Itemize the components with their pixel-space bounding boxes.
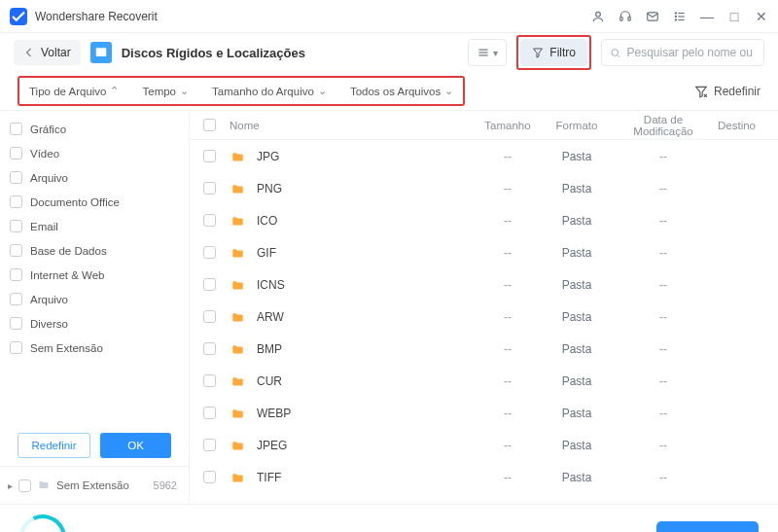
table-row[interactable]: TIFF--Pasta--	[190, 461, 778, 493]
svg-rect-2	[628, 17, 630, 19]
minimize-button[interactable]: —	[700, 9, 714, 24]
category-checkbox[interactable]	[10, 171, 22, 184]
category-checkbox[interactable]	[10, 195, 22, 208]
category-item[interactable]: Diverso	[10, 311, 187, 336]
row-format: Pasta	[545, 407, 609, 420]
row-size: --	[477, 150, 539, 163]
category-checkbox[interactable]	[10, 147, 22, 160]
category-item[interactable]: Base de Dados	[10, 238, 187, 263]
row-size: --	[477, 471, 539, 484]
list-icon[interactable]	[673, 10, 687, 23]
row-format: Pasta	[545, 246, 609, 260]
row-date: --	[615, 342, 712, 356]
sidebar-ok-button[interactable]: OK	[100, 433, 171, 458]
view-mode-dropdown[interactable]: ▾	[468, 39, 507, 66]
search-input[interactable]	[626, 46, 756, 59]
table-row[interactable]: JPG--Pasta--	[190, 140, 778, 172]
close-button[interactable]: ✕	[755, 9, 768, 24]
table-row[interactable]: JPEG--Pasta--	[190, 429, 778, 461]
tree-item-label: Sem Extensão	[56, 479, 129, 491]
column-size[interactable]: Tamanho	[477, 120, 539, 131]
category-item[interactable]: Arquivo	[10, 165, 187, 190]
svg-point-9	[675, 18, 676, 19]
row-checkbox[interactable]	[203, 150, 216, 162]
tree-expand-icon[interactable]: ▸	[8, 480, 13, 491]
tree-item-count: 5962	[154, 479, 177, 491]
category-item[interactable]: Gráfico	[10, 117, 187, 141]
mail-icon[interactable]	[646, 10, 659, 23]
category-checkbox[interactable]	[10, 244, 22, 257]
sidebar: GráficoVídeoArquivoDocumento OfficeEmail…	[0, 111, 190, 504]
category-checkbox[interactable]	[10, 293, 22, 305]
row-date: --	[615, 214, 712, 228]
app-logo	[10, 8, 27, 25]
row-checkbox[interactable]	[203, 310, 216, 323]
row-format: Pasta	[545, 182, 609, 195]
row-name: TIFF	[257, 471, 471, 484]
toolbar: Voltar Discos Rígidos e Localizações ▾ F…	[0, 33, 778, 72]
svg-rect-10	[95, 50, 106, 56]
category-item[interactable]: Documento Office	[10, 190, 187, 214]
row-checkbox[interactable]	[203, 278, 216, 291]
filter-all[interactable]: Todos os Arquivos⌄	[344, 81, 459, 101]
tree-checkbox[interactable]	[18, 479, 31, 492]
row-checkbox[interactable]	[203, 342, 216, 355]
category-checkbox[interactable]	[10, 220, 22, 232]
account-icon[interactable]	[591, 10, 605, 23]
row-name: BMP	[257, 342, 471, 356]
sidebar-reset-button[interactable]: Redefinir	[18, 433, 90, 458]
column-date[interactable]: Data de Modificação	[615, 114, 712, 137]
table-row[interactable]: BMP--Pasta--	[190, 333, 778, 365]
headset-icon[interactable]	[619, 10, 632, 23]
column-format[interactable]: Formato	[545, 120, 609, 131]
category-item[interactable]: Sem Extensão	[10, 336, 187, 360]
row-name: ICO	[257, 214, 471, 228]
row-format: Pasta	[545, 310, 609, 324]
column-name[interactable]: Nome	[222, 120, 471, 131]
back-button[interactable]: Voltar	[14, 40, 81, 65]
filter-size[interactable]: Tamanho do Arquivo⌄	[206, 81, 333, 101]
table-row[interactable]: ICNS--Pasta--	[190, 268, 778, 301]
row-checkbox[interactable]	[203, 182, 216, 195]
table-row[interactable]: ARW--Pasta--	[190, 301, 778, 333]
category-item[interactable]: Email	[10, 214, 187, 238]
category-item[interactable]: Arquivo	[10, 287, 187, 311]
category-checkbox[interactable]	[10, 123, 22, 135]
table-row[interactable]: CUR--Pasta--	[190, 365, 778, 397]
row-date: --	[615, 439, 712, 452]
table-row[interactable]: PNG--Pasta--	[190, 172, 778, 204]
category-checkbox[interactable]	[10, 268, 22, 281]
svg-point-7	[675, 12, 676, 13]
filter-type[interactable]: Tipo de Arquivo⌃	[23, 81, 124, 101]
row-checkbox[interactable]	[203, 214, 216, 227]
column-dest[interactable]: Destino	[718, 120, 778, 131]
scan-progress-icon	[19, 514, 66, 532]
category-checkbox[interactable]	[10, 341, 22, 354]
select-all-checkbox[interactable]	[203, 119, 216, 131]
table-row[interactable]: ICO--Pasta--	[190, 204, 778, 236]
maximize-button[interactable]: □	[727, 9, 741, 24]
row-format: Pasta	[545, 278, 609, 292]
row-checkbox[interactable]	[203, 407, 216, 419]
category-list: GráficoVídeoArquivoDocumento OfficeEmail…	[0, 111, 189, 425]
category-item[interactable]: Internet & Web	[10, 263, 187, 287]
tree-item-sem-extensao[interactable]: ▸ Sem Extensão 5962	[8, 473, 177, 498]
row-checkbox[interactable]	[203, 471, 216, 483]
recover-button[interactable]: Recuperar	[656, 521, 759, 532]
filter-button[interactable]: Filtro	[520, 39, 587, 66]
row-checkbox[interactable]	[203, 374, 216, 387]
row-name: PNG	[257, 182, 471, 195]
reset-filters-button[interactable]: Redefinir	[694, 85, 760, 98]
filter-button-label: Filtro	[549, 46, 576, 59]
category-item[interactable]: Vídeo	[10, 141, 187, 165]
table-row[interactable]: WEBP--Pasta--	[190, 397, 778, 429]
search-box[interactable]	[601, 39, 764, 66]
category-label: Base de Dados	[30, 245, 107, 257]
category-checkbox[interactable]	[10, 317, 22, 330]
row-checkbox[interactable]	[203, 246, 216, 259]
table-row[interactable]: GIF--Pasta--	[190, 236, 778, 268]
folder-icon	[230, 440, 243, 451]
filter-time[interactable]: Tempo⌄	[136, 81, 194, 101]
row-checkbox[interactable]	[203, 439, 216, 451]
row-format: Pasta	[545, 439, 609, 452]
